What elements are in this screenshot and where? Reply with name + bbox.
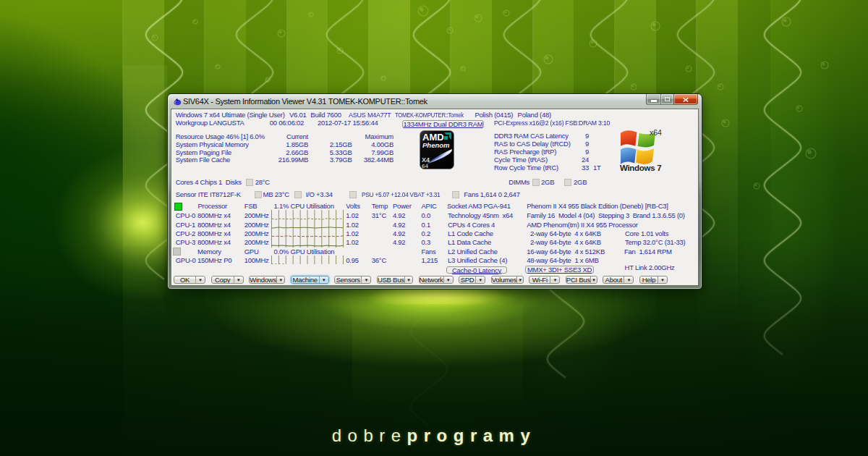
svg-text:64: 64 [422,163,428,169]
svg-text:x64: x64 [650,128,662,137]
